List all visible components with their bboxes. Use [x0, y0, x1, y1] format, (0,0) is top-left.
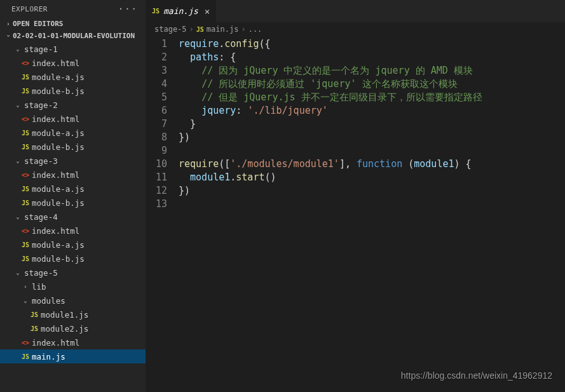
tree-label: stage-3: [24, 156, 58, 166]
chevron-down-icon: ›: [5, 32, 12, 39]
html-icon: <>: [19, 339, 32, 346]
html-icon: <>: [19, 60, 32, 67]
tree-label: module-b.js: [32, 86, 85, 96]
chevron-down-icon: ⌄: [11, 213, 24, 220]
folder-stage-4[interactable]: ⌄stage-4: [0, 210, 146, 224]
tree-label: lib: [32, 282, 46, 292]
tree-label: module-a.js: [32, 184, 85, 194]
file-module2.js[interactable]: JSmodule2.js: [0, 321, 146, 335]
js-icon: JS: [28, 325, 41, 332]
html-icon: <>: [19, 116, 32, 123]
watermark: https://blog.csdn.net/weixin_41962912: [401, 370, 552, 381]
explorer-header: EXPLORER ···: [0, 0, 146, 18]
file-index.html[interactable]: <>index.html: [0, 224, 146, 238]
explorer-title: EXPLORER: [11, 5, 48, 13]
file-module-b.js[interactable]: JSmodule-b.js: [0, 140, 146, 154]
tree-label: stage-5: [24, 268, 58, 278]
file-tree: ⌄stage-1<>index.htmlJSmodule-a.jsJSmodul…: [0, 42, 146, 363]
tree-label: module2.js: [41, 324, 88, 334]
folder-stage-2[interactable]: ⌄stage-2: [0, 98, 146, 112]
tree-label: module-a.js: [32, 72, 85, 82]
file-module-b.js[interactable]: JSmodule-b.js: [0, 252, 146, 266]
tab-main-js[interactable]: JS main.js ×: [146, 0, 217, 22]
close-icon[interactable]: ×: [205, 6, 210, 17]
chevron-down-icon: ⌄: [19, 297, 32, 304]
js-icon: JS: [152, 8, 160, 15]
js-icon: JS: [19, 74, 32, 81]
file-module-b.js[interactable]: JSmodule-b.js: [0, 196, 146, 210]
tree-label: stage-1: [24, 44, 58, 54]
explorer-panel: EXPLORER ··· › OPEN EDITORS › 02-02-01-0…: [0, 0, 146, 392]
js-icon: JS: [19, 186, 32, 193]
folder-lib[interactable]: ›lib: [0, 280, 146, 294]
more-icon[interactable]: ···: [118, 4, 138, 14]
js-icon: JS: [19, 130, 32, 137]
js-icon: JS: [19, 144, 32, 151]
tree-label: modules: [32, 296, 65, 306]
chevron-down-icon: ⌄: [11, 269, 24, 276]
html-icon: <>: [19, 227, 32, 234]
chevron-down-icon: ⌄: [11, 46, 24, 52]
file-module-a.js[interactable]: JSmodule-a.js: [0, 126, 146, 140]
js-icon: JS: [28, 311, 41, 318]
tree-label: module-b.js: [32, 198, 85, 208]
js-icon: JS: [19, 241, 32, 248]
file-main.js[interactable]: JSmain.js: [0, 349, 146, 363]
file-index.html[interactable]: <>index.html: [0, 112, 146, 126]
tree-label: index.html: [32, 226, 79, 236]
tree-label: module-a.js: [32, 240, 85, 250]
tree-label: index.html: [32, 338, 79, 348]
file-module-a.js[interactable]: JSmodule-a.js: [0, 182, 146, 196]
editor-area: JS main.js × stage-5 › JS main.js › ... …: [146, 0, 565, 392]
file-index.html[interactable]: <>index.html: [0, 168, 146, 182]
js-icon: JS: [19, 88, 32, 95]
tree-label: module-a.js: [32, 128, 85, 138]
folder-stage-1[interactable]: ⌄stage-1: [0, 42, 146, 56]
chevron-right-icon: ›: [4, 20, 11, 27]
tree-label: stage-4: [24, 212, 58, 222]
project-section[interactable]: › 02-02-01-01-MODULAR-EVOLUTION: [0, 30, 146, 42]
breadcrumb[interactable]: stage-5 › JS main.js › ...: [146, 22, 565, 36]
tree-label: index.html: [32, 58, 79, 68]
file-module-a.js[interactable]: JSmodule-a.js: [0, 70, 146, 84]
js-icon: JS: [19, 255, 32, 262]
code-lines[interactable]: require.config({ paths: { // 因为 jQuery 中…: [179, 37, 565, 211]
tree-label: module-b.js: [32, 254, 85, 264]
file-module1.js[interactable]: JSmodule1.js: [0, 308, 146, 321]
tree-label: main.js: [32, 352, 65, 362]
file-module-b.js[interactable]: JSmodule-b.js: [0, 84, 146, 98]
file-module-a.js[interactable]: JSmodule-a.js: [0, 238, 146, 252]
chevron-down-icon: ⌄: [11, 102, 24, 108]
editor-tabs: JS main.js ×: [146, 0, 565, 22]
chevron-down-icon: ⌄: [11, 158, 24, 164]
js-icon: JS: [19, 199, 32, 206]
open-editors-section[interactable]: › OPEN EDITORS: [0, 18, 146, 30]
code-editor[interactable]: 12345678910111213 require.config({ paths…: [146, 36, 565, 211]
js-icon: JS: [196, 26, 204, 33]
file-index.html[interactable]: <>index.html: [0, 56, 146, 70]
tree-label: module1.js: [41, 310, 88, 320]
tree-label: module-b.js: [32, 142, 85, 152]
folder-modules[interactable]: ⌄modules: [0, 294, 146, 308]
chevron-right-icon: ›: [189, 25, 194, 34]
chevron-right-icon: ›: [241, 25, 245, 34]
folder-stage-3[interactable]: ⌄stage-3: [0, 154, 146, 168]
tree-label: index.html: [32, 170, 79, 180]
chevron-right-icon: ›: [19, 283, 32, 290]
js-icon: JS: [19, 353, 32, 360]
folder-stage-5[interactable]: ⌄stage-5: [0, 266, 146, 280]
line-numbers: 12345678910111213: [146, 37, 179, 211]
tree-label: index.html: [32, 114, 79, 124]
html-icon: <>: [19, 172, 32, 179]
tree-label: stage-2: [24, 100, 58, 110]
file-index.html[interactable]: <>index.html: [0, 335, 146, 349]
